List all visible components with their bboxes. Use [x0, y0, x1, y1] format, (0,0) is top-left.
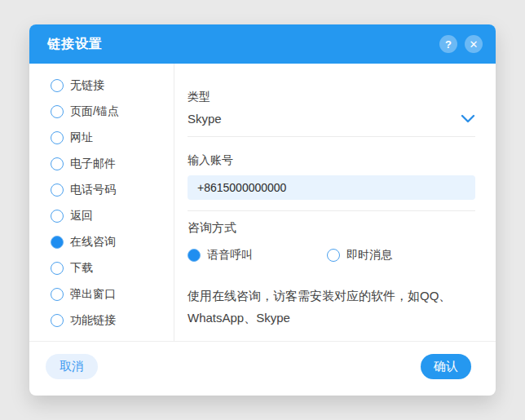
- method-option[interactable]: 语音呼叫: [188, 248, 327, 263]
- sidebar-link-type-option[interactable]: 在线咨询: [51, 229, 174, 255]
- radio-icon: [51, 236, 64, 249]
- radio-icon: [51, 288, 64, 301]
- form-panel: 类型 Skype 输入账号 咨询方式: [174, 64, 496, 341]
- sidebar-link-type-option[interactable]: 电话号码: [51, 177, 174, 203]
- radio-icon: [51, 79, 64, 92]
- dialog-body: 无链接 页面/锚点 网址 电子邮件: [29, 64, 496, 341]
- sidebar-option-label: 无链接: [70, 78, 104, 93]
- radio-icon: [51, 262, 64, 275]
- close-icon[interactable]: ✕: [465, 35, 483, 53]
- dialog-footer: 取消 确认: [29, 341, 496, 396]
- sidebar-link-type-option[interactable]: 网址: [51, 125, 174, 151]
- sidebar-option-label: 页面/锚点: [70, 104, 119, 119]
- chevron-down-icon: [461, 114, 475, 124]
- sidebar-link-type-option[interactable]: 页面/锚点: [51, 99, 174, 125]
- sidebar-option-label: 返回: [70, 209, 93, 223]
- sidebar-link-type-option[interactable]: 电子邮件: [51, 151, 174, 177]
- sidebar-link-type-option[interactable]: 返回: [51, 203, 174, 229]
- radio-icon: [51, 157, 64, 170]
- link-type-sidebar: 无链接 页面/锚点 网址 电子邮件: [29, 64, 174, 341]
- sidebar-link-type-option[interactable]: 无链接: [51, 73, 174, 99]
- dialog-header: 链接设置 ? ✕: [29, 24, 496, 64]
- radio-icon: [51, 210, 64, 223]
- sidebar-option-label: 网址: [70, 130, 93, 145]
- method-options: 语音呼叫 即时消息: [188, 248, 475, 263]
- sidebar-link-type-option[interactable]: 功能链接: [51, 307, 174, 334]
- radio-icon: [327, 249, 340, 262]
- sidebar-option-label: 电子邮件: [70, 157, 116, 171]
- sidebar-option-label: 下载: [70, 261, 93, 276]
- radio-icon: [51, 131, 64, 144]
- method-option[interactable]: 即时消息: [327, 248, 466, 263]
- help-icon[interactable]: ?: [439, 35, 457, 53]
- sidebar-option-label: 电话号码: [70, 183, 116, 197]
- type-select-value: Skype: [188, 112, 222, 126]
- sidebar-link-type-option[interactable]: 弹出窗口: [51, 281, 174, 307]
- hint-text: 使用在线咨询，访客需安装对应的软件，如QQ、WhatsApp、Skype: [188, 285, 475, 329]
- radio-icon: [51, 314, 64, 327]
- confirm-button[interactable]: 确认: [421, 354, 471, 379]
- radio-icon: [51, 105, 64, 118]
- sidebar-link-type-option[interactable]: 下载: [51, 255, 174, 281]
- radio-icon: [188, 249, 201, 262]
- type-field-label: 类型: [188, 90, 475, 104]
- divider: [188, 210, 475, 211]
- dialog-title: 链接设置: [47, 36, 103, 53]
- account-field-label: 输入账号: [188, 153, 475, 168]
- method-option-label: 即时消息: [346, 248, 392, 263]
- sidebar-option-label: 弹出窗口: [70, 287, 116, 302]
- radio-icon: [51, 183, 64, 197]
- type-select[interactable]: Skype: [188, 112, 475, 137]
- method-option-label: 语音呼叫: [207, 248, 253, 263]
- header-actions: ? ✕: [439, 35, 483, 53]
- cancel-button[interactable]: 取消: [46, 354, 98, 379]
- account-section: 输入账号: [188, 153, 475, 211]
- method-section-label: 咨询方式: [188, 220, 475, 236]
- account-input[interactable]: [188, 175, 475, 200]
- link-settings-dialog: 链接设置 ? ✕ 无链接 页面/锚点 网址: [29, 24, 496, 396]
- sidebar-option-label: 在线咨询: [70, 235, 116, 250]
- sidebar-option-label: 功能链接: [70, 313, 116, 328]
